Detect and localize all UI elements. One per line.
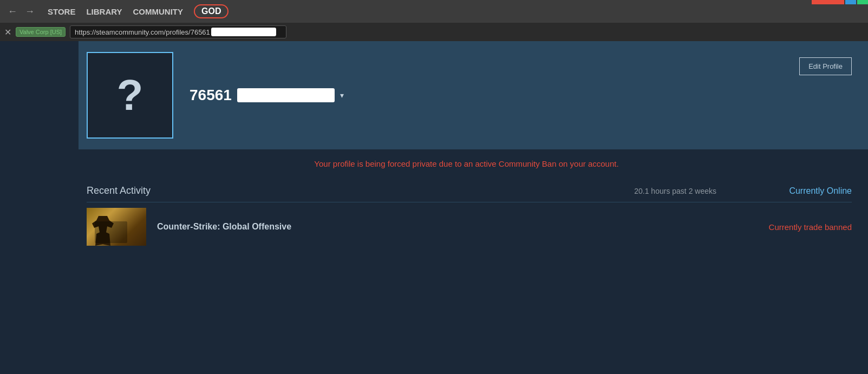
security-badge: Valve Corp [US] — [16, 27, 66, 37]
nav-menu: STORE LIBRARY COMMUNITY GOD — [48, 4, 229, 18]
activity-row: Counter-Strike: Global Offensive Current… — [87, 202, 852, 251]
steam-content: ? 76561 ▾ Edit Profile Your profile is b… — [0, 41, 868, 374]
close-button[interactable]: ✕ — [4, 27, 11, 37]
dropdown-arrow-icon[interactable]: ▾ — [340, 91, 344, 100]
browser-chrome: ← → STORE LIBRARY COMMUNITY GOD ✕ Valve … — [0, 0, 868, 41]
game-thumbnail — [87, 208, 146, 246]
browser-toolbar: ← → STORE LIBRARY COMMUNITY GOD — [0, 0, 868, 23]
activity-hours: 20.1 hours past 2 weeks — [634, 187, 716, 195]
top-status-bars — [812, 0, 868, 4]
activity-title: Recent Activity — [87, 185, 151, 196]
left-sidebar — [0, 41, 79, 149]
nav-library[interactable]: LIBRARY — [86, 7, 122, 16]
profile-id-row: 76561 ▾ — [190, 87, 846, 104]
activity-header: Recent Activity 20.1 hours past 2 weeks … — [87, 179, 852, 202]
game-title[interactable]: Counter-Strike: Global Offensive — [157, 222, 291, 232]
forward-button[interactable]: → — [23, 5, 37, 18]
currently-online-status: Currently Online — [743, 186, 852, 196]
soldier-silhouette-icon — [92, 216, 114, 246]
back-button[interactable]: ← — [5, 5, 19, 18]
edit-profile-button[interactable]: Edit Profile — [799, 57, 852, 75]
nav-store[interactable]: STORE — [48, 7, 75, 16]
bar-red — [812, 0, 844, 4]
nav-community[interactable]: COMMUNITY — [133, 7, 184, 16]
ban-notice: Your profile is being forced private due… — [0, 149, 868, 179]
nav-god[interactable]: GOD — [194, 4, 229, 18]
profile-id-blurred — [237, 88, 335, 102]
trade-banned-status: Currently trade banned — [743, 222, 852, 232]
nav-buttons: ← → — [5, 5, 37, 18]
ban-text: Your profile is being forced private due… — [314, 159, 618, 168]
recent-activity-section: Recent Activity 20.1 hours past 2 weeks … — [0, 179, 868, 251]
address-bar-row: ✕ Valve Corp [US] https://steamcommunity… — [0, 23, 868, 41]
avatar: ? — [87, 52, 173, 139]
address-blurred — [211, 28, 276, 36]
profile-header: ? 76561 ▾ Edit Profile — [0, 41, 868, 149]
address-bar[interactable]: https://steamcommunity.com/profiles/7656… — [70, 25, 286, 38]
profile-info: 76561 ▾ — [190, 87, 846, 104]
bar-green — [857, 0, 868, 4]
profile-id-prefix: 76561 — [190, 87, 232, 104]
avatar-question-mark: ? — [117, 74, 143, 117]
bar-blue — [845, 0, 856, 4]
address-text: https://steamcommunity.com/profiles/7656… — [75, 28, 210, 36]
